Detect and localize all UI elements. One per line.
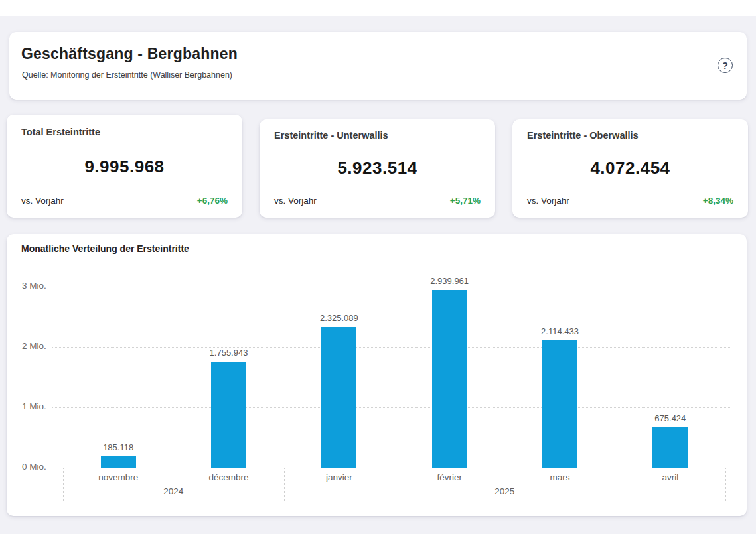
kpi-compare-row: vs. Vorjahr +5,71% [274,196,481,206]
x-axis-month-label: mars [504,472,615,482]
kpi-compare-label: vs. Vorjahr [21,196,64,206]
bar-janvier[interactable] [321,327,356,468]
x-axis-month-label: avril [615,472,725,482]
bar-value-label: 1.755.943 [183,348,275,358]
gridline-1 [52,407,730,408]
gridline-2 [52,347,730,348]
x-axis-year-label: 2025 [465,486,544,496]
bar-avril[interactable] [652,427,688,468]
kpi-value: 9.995.968 [21,157,228,177]
kpi-title: Ersteintritte - Unterwallis [274,130,481,141]
y-axis-tick-label: 3 Mio. [22,281,46,291]
bar-value-label: 675.424 [624,413,717,423]
kpi-card-unterwallis: Ersteintritte - Unterwallis 5.923.514 vs… [260,119,495,218]
x-axis-month-label: novembre [63,472,173,482]
year-separator-tick [284,468,285,501]
year-separator-tick [63,468,64,501]
dashboard-page: { "colors": { "page_background": "#F1F1F… [0,0,756,534]
bar-value-label: 2.325.089 [293,313,386,323]
bar-février[interactable] [432,290,467,468]
kpi-delta-value: +5,71% [450,196,481,206]
bar-value-label: 2.114.433 [514,326,607,336]
gridline-0 [52,468,730,468]
page-title: Geschäftsgang - Bergbahnen [21,45,238,63]
help-icon[interactable]: ? [718,58,733,73]
kpi-card-oberwallis: Ersteintritte - Oberwallis 4.072.454 vs.… [512,119,748,218]
monthly-chart-card: Monatliche Verteilung der Ersteintritte … [7,234,747,516]
kpi-row: Total Ersteintritte 9.995.968 vs. Vorjah… [7,115,749,218]
report-header-card: Geschäftsgang - Bergbahnen Quelle: Monit… [9,32,747,100]
kpi-delta-value: +8,34% [703,196,733,206]
kpi-title: Ersteintritte - Oberwallis [527,130,733,141]
x-axis-month-label: février [394,472,504,482]
kpi-compare-row: vs. Vorjahr +8,34% [527,196,733,206]
page-subtitle: Quelle: Monitoring der Ersteintritte (Wa… [22,70,232,80]
bar-décembre[interactable] [211,362,246,468]
x-axis-year-label: 2024 [133,486,213,496]
y-axis-tick-label: 1 Mio. [22,401,46,411]
kpi-compare-label: vs. Vorjahr [274,196,317,206]
bar-chart-plot-area: 0 Mio.1 Mio.2 Mio.3 Mio.185.118novembre1… [7,234,747,516]
kpi-card-total: Total Ersteintritte 9.995.968 vs. Vorjah… [7,115,242,218]
y-axis-tick-label: 2 Mio. [22,341,46,351]
kpi-title: Total Ersteintritte [21,127,228,137]
x-axis-month-label: janvier [284,472,394,482]
year-separator-tick [725,468,726,501]
gridline-3 [52,287,730,287]
kpi-compare-row: vs. Vorjahr +6,76% [21,196,228,206]
top-strip [0,0,756,16]
bar-value-label: 2.939.961 [403,276,496,286]
x-axis-month-label: décembre [173,472,283,482]
bar-novembre[interactable] [101,456,136,468]
kpi-compare-label: vs. Vorjahr [527,196,569,206]
kpi-delta-value: +6,76% [197,196,228,206]
bar-mars[interactable] [542,340,577,468]
y-axis-tick-label: 0 Mio. [22,462,46,472]
kpi-value: 4.072.454 [527,158,733,178]
kpi-value: 5.923.514 [274,158,481,178]
bar-value-label: 185.118 [72,442,165,452]
